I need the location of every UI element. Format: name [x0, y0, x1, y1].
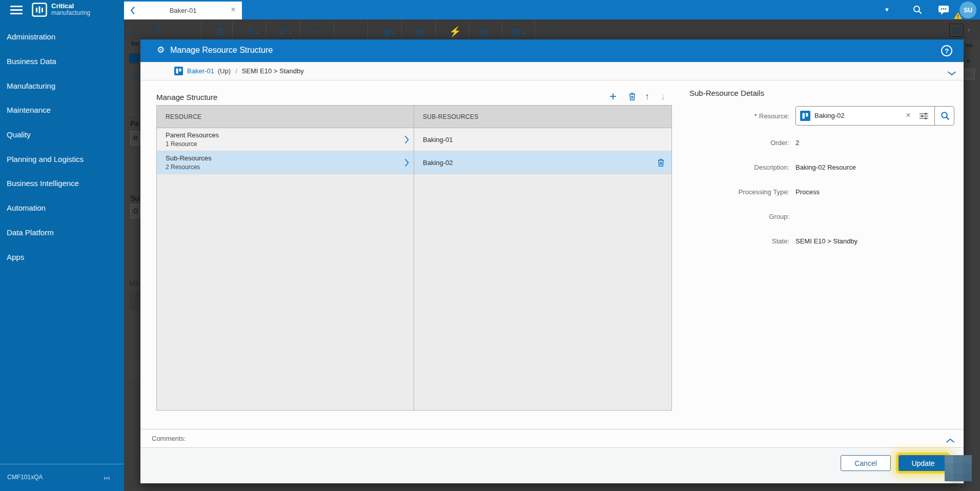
tab-baker-01[interactable]: Baker-01 ×	[124, 2, 242, 19]
sidebar-item-quality[interactable]: Quality	[0, 122, 124, 147]
caret-down-icon: ▾	[290, 31, 292, 36]
clear-icon[interactable]: ×	[906, 110, 911, 120]
add-row-button[interactable]: +	[609, 90, 617, 103]
sidebar-item-automation[interactable]: Automation	[0, 196, 124, 220]
delete-row-button[interactable]	[628, 92, 636, 103]
chevron-right-icon[interactable]	[404, 135, 409, 146]
sidebar-item-business-intelligence[interactable]: Business Intelligence	[0, 171, 124, 196]
order-value: 2	[795, 139, 799, 147]
chevron-up-icon[interactable]	[946, 436, 955, 445]
breadcrumb: Baker-01 (Up) / SEMI E10 > Standby	[140, 62, 964, 80]
sidebar-item-apps[interactable]: Apps	[0, 244, 124, 269]
toolbar-separator	[232, 21, 233, 38]
background-upload-box-fragment: ↑	[965, 69, 975, 80]
close-icon[interactable]: ×	[231, 5, 236, 14]
table-row-selected[interactable]: Sub-Resources 2 Resources Baking-02	[157, 151, 671, 174]
tabs-dropdown-caret-icon[interactable]: ▾	[885, 6, 889, 13]
queue-icon: ≣	[216, 27, 224, 36]
update-button[interactable]: Update	[899, 455, 948, 471]
toolbar-separator	[201, 21, 201, 38]
dialog-header: ⚙ Manage Resource Structure ?	[140, 39, 964, 62]
warning-icon	[953, 12, 963, 22]
sidebar-item-planning-and-logistics[interactable]: Planning and Logistics	[0, 147, 124, 171]
background-resource-icon	[129, 53, 139, 64]
chat-icon[interactable]	[938, 5, 949, 17]
environment-label: CMF101xQA	[7, 474, 43, 481]
search-resource-button[interactable]	[935, 107, 955, 125]
breadcrumb-separator: /	[235, 67, 237, 75]
toolbar-separator	[300, 21, 300, 38]
row-group-label: Sub-Resources	[166, 154, 212, 162]
state-value: SEMI E10 > Standby	[795, 237, 858, 245]
description-value: Baking-02 Resource	[795, 163, 856, 171]
refresh-icon: ↻	[126, 27, 134, 36]
caret-down-icon: ▾	[393, 31, 395, 36]
breadcrumb-state: SEMI E10 > Standby	[242, 67, 304, 75]
dialog-title: Manage Resource Structure	[170, 46, 273, 55]
app-root: ↻ ✎ ◌ ≣ ⚙ ▾ ⇄ ▾ ↪ ↓ ▦ ▾ ▤ ⚡ ▤ ▦ ▾ ⋮ ▾ Re…	[0, 0, 980, 491]
help-icon[interactable]: ?	[941, 45, 952, 56]
breadcrumb-direction: (Up)	[218, 67, 231, 75]
move-up-button[interactable]: ↑	[645, 92, 649, 101]
chevron-down-icon[interactable]	[947, 69, 956, 78]
move-down-button[interactable]: ↓	[661, 92, 665, 101]
reports-icon: ▦	[513, 27, 522, 36]
tab-label: Baker-01	[124, 7, 242, 14]
sidebar-item-manufacturing[interactable]: Manufacturing	[0, 73, 124, 98]
cancel-button[interactable]: Cancel	[841, 455, 891, 471]
resource-field-value: Baking-02	[814, 112, 845, 119]
sidebar-nav: Administration Business Data Manufacturi…	[0, 25, 124, 269]
toolbar-separator	[266, 21, 266, 38]
processing-type-label: Processing Type:	[651, 188, 789, 196]
state-model-icon: ◌	[183, 27, 189, 36]
sidebar-item-business-data[interactable]: Business Data	[0, 49, 124, 74]
background-text-fragment: Su	[130, 194, 139, 202]
logs-icon: ▤	[480, 27, 489, 36]
document-icon: ▤	[415, 27, 424, 36]
comments-label: Comments:	[152, 435, 186, 442]
caret-down-icon: ▾	[968, 28, 970, 33]
sidebar: Critical manufacturing Administration Bu…	[0, 0, 124, 491]
resource-icon	[800, 111, 810, 121]
toolbar-separator	[469, 21, 469, 38]
chevron-right-icon[interactable]	[404, 158, 409, 169]
column-header-sub-resources: SUB-RESOURCES	[423, 106, 479, 128]
filter-sliders-icon[interactable]	[919, 112, 929, 122]
background-text-fragment: ws	[966, 42, 972, 48]
breadcrumb-resource-link[interactable]: Baker-01	[187, 67, 214, 75]
order-label: Order:	[651, 139, 789, 147]
sidebar-footer: CMF101xQA	[0, 464, 124, 491]
manage-gear-icon: ⚙	[157, 46, 165, 54]
brand-name: Critical manufacturing	[51, 3, 90, 16]
sidebar-item-data-platform[interactable]: Data Platform	[0, 220, 124, 245]
table-header: RESOURCE SUB-RESOURCES	[157, 106, 671, 128]
background-box-fragment	[129, 359, 140, 378]
search-icon[interactable]	[912, 5, 923, 17]
sidebar-item-maintenance[interactable]: Maintenance	[0, 98, 124, 122]
download-icon: ↓	[349, 27, 354, 36]
table-row[interactable]: Parent Resources 1 Resource Baking-01	[157, 128, 671, 151]
structure-table: RESOURCE SUB-RESOURCES Parent Resources …	[156, 105, 672, 411]
resource-picker-field[interactable]: Baking-02 ×	[795, 106, 954, 126]
background-field-fragment: R	[130, 131, 140, 146]
toolbar-separator	[435, 21, 436, 38]
row-count-label: 1 Resource	[166, 140, 197, 148]
sidebar-item-administration[interactable]: Administration	[0, 25, 124, 49]
group-label: Group:	[651, 213, 789, 220]
required-marker: *	[754, 112, 757, 120]
caret-down-icon: ▾	[523, 31, 525, 36]
background-text-fragment: Pa	[130, 119, 139, 128]
toolbar-separator	[535, 21, 535, 38]
row-count-label: 2 Resources	[166, 163, 200, 171]
state-label: State:	[651, 237, 789, 245]
menu-hamburger-icon[interactable]	[10, 6, 23, 14]
manage-resource-structure-dialog: ⚙ Manage Resource Structure ? Baker-01 (…	[140, 39, 964, 483]
edit-icon: ✎	[155, 27, 163, 36]
services-gear-icon: ⚙	[246, 27, 255, 36]
resource-icon	[174, 67, 183, 75]
column-divider	[414, 106, 414, 410]
background-divider	[124, 114, 140, 114]
processing-type-value: Process	[795, 188, 820, 196]
connection-antenna-icon	[103, 474, 111, 483]
background-chevron-down-icon	[131, 75, 140, 80]
